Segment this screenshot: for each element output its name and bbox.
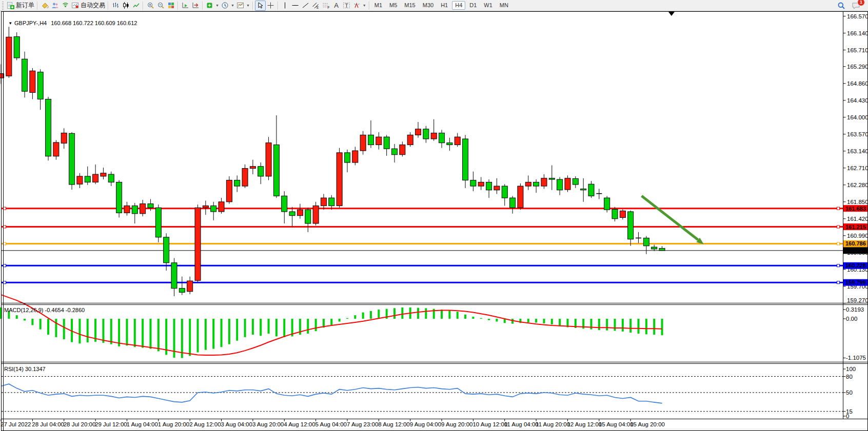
svg-text:80: 80 <box>846 374 853 380</box>
fibonacci-icon: F <box>322 2 330 9</box>
svg-text:162.280: 162.280 <box>847 182 868 188</box>
rsi-indicator-label: RSI(14) 30.1347 <box>4 366 46 372</box>
svg-text:1 Aug 04:00: 1 Aug 04:00 <box>126 421 157 427</box>
dropdown-arrow-icon: ▼ <box>231 4 234 7</box>
svg-text:11 Aug 04:00: 11 Aug 04:00 <box>504 421 539 427</box>
svg-text:9 Aug 20:00: 9 Aug 20:00 <box>441 421 472 427</box>
zoom-out-icon <box>157 2 165 9</box>
cursor-arrow-icon <box>257 2 264 9</box>
zoom-in-icon <box>147 2 154 9</box>
trendline-icon <box>302 2 309 9</box>
timeframe-h1-button[interactable]: H1 <box>438 1 451 10</box>
macd-indicator-label: MACD(12,26,9) -0.4654 -0.2860 <box>4 307 85 313</box>
timeframe-d1-button[interactable]: D1 <box>466 1 480 10</box>
toolbar-separator <box>252 2 253 10</box>
svg-text:161.420: 161.420 <box>847 216 868 222</box>
chat-button[interactable]: 1 <box>851 1 862 11</box>
search-icon <box>837 2 845 10</box>
line-chart-button[interactable] <box>131 1 141 11</box>
panel-separators <box>1 303 868 419</box>
tile-windows-button[interactable] <box>166 1 176 11</box>
timeframe-m1-button[interactable]: M1 <box>371 1 385 10</box>
collapse-triangle-icon[interactable]: ▼ <box>8 21 12 26</box>
candlestick-chart-button[interactable] <box>121 1 131 11</box>
trend-arrow-annotation[interactable] <box>642 196 704 244</box>
timeframe-mn-button[interactable]: MN <box>497 1 511 10</box>
tile-windows-icon <box>167 2 175 9</box>
macd-histogram <box>0 307 663 358</box>
horizontal-price-lines[interactable] <box>2 207 843 284</box>
zoom-out-button[interactable] <box>155 1 166 11</box>
cursor-button[interactable] <box>255 1 266 11</box>
templates-button[interactable]: ▼ <box>235 1 251 11</box>
svg-text:159.799: 159.799 <box>845 279 866 285</box>
svg-text:A: A <box>334 2 339 9</box>
bar-chart-button[interactable] <box>110 1 121 11</box>
svg-text:159.270: 159.270 <box>847 297 868 303</box>
text-button[interactable]: A <box>331 1 342 11</box>
text-icon: A <box>332 2 340 9</box>
search-button[interactable] <box>836 1 846 11</box>
zoom-in-button[interactable] <box>145 1 155 11</box>
toolbar-separator <box>202 2 203 10</box>
chart-shift-marker[interactable] <box>668 12 675 16</box>
timeframe-m5-button[interactable]: M5 <box>386 1 400 10</box>
auto-scroll-button[interactable] <box>180 1 190 11</box>
chart-shift-icon <box>192 2 200 9</box>
toolbar-right-group: 1 <box>836 1 867 11</box>
chart-svg[interactable]: 166.570166.140165.710165.290164.860164.4… <box>0 0 868 431</box>
timeframe-m15-button[interactable]: M15 <box>401 1 418 10</box>
new-order-icon <box>7 2 14 9</box>
svg-text:15 Aug 20:00: 15 Aug 20:00 <box>630 421 665 427</box>
svg-text:5 Aug 04:00: 5 Aug 04:00 <box>315 421 347 427</box>
text-label-button[interactable]: T <box>342 1 352 11</box>
periods-button[interactable]: ▼ <box>220 1 235 11</box>
arrows-button[interactable]: ▼ <box>352 1 367 11</box>
price-axis[interactable]: 166.570166.140165.710165.290164.860164.4… <box>843 11 868 419</box>
svg-text:164.000: 164.000 <box>847 114 868 120</box>
chart-shift-button[interactable] <box>190 1 201 11</box>
svg-text:0: 0 <box>846 413 849 419</box>
toolbar-separator <box>177 2 179 10</box>
equidistant-channel-button[interactable]: E <box>311 1 321 11</box>
svg-text:164.860: 164.860 <box>847 80 868 87</box>
fibonacci-button[interactable]: F <box>321 1 331 11</box>
svg-text:E: E <box>317 6 319 9</box>
svg-text:165.710: 165.710 <box>847 47 868 53</box>
svg-text:3 Aug 20:00: 3 Aug 20:00 <box>252 421 284 427</box>
svg-text:160.228: 160.228 <box>845 262 866 269</box>
main-toolbar: 新订单 自动交易 ▼ ▼ ▼ E F A T ▼ M1M5M15M30H1H4D… <box>0 0 868 11</box>
trendline-button[interactable] <box>301 1 311 11</box>
auto-scroll-icon <box>182 2 189 9</box>
signals-button[interactable] <box>60 1 70 11</box>
auto-trading-button[interactable]: 自动交易 <box>70 1 106 11</box>
svg-text:3 Aug 04:00: 3 Aug 04:00 <box>221 421 252 427</box>
timeframe-m30-button[interactable]: M30 <box>420 1 437 10</box>
svg-text:12 Aug 12:00: 12 Aug 12:00 <box>567 421 602 427</box>
timeframe-bar: M1M5M15M30H1H4D1W1MN <box>371 1 511 10</box>
dropdown-arrow-icon: ▼ <box>363 4 366 7</box>
indicators-button[interactable]: ▼ <box>205 1 220 11</box>
community-button[interactable] <box>50 1 60 11</box>
vertical-line-button[interactable] <box>280 1 290 11</box>
community-icon <box>51 2 59 9</box>
svg-text:F: F <box>328 6 330 9</box>
new-order-button[interactable]: 新订单 <box>6 1 35 11</box>
time-axis[interactable]: 27 Jul 202228 Jul 04:0028 Jul 20:0029 Ju… <box>1 419 868 431</box>
svg-text:161.850: 161.850 <box>847 199 868 205</box>
crosshair-button[interactable] <box>266 1 276 11</box>
svg-text:162.710: 162.710 <box>847 165 868 171</box>
timeframe-w1-button[interactable]: W1 <box>481 1 496 10</box>
svg-text:100: 100 <box>846 366 856 372</box>
paint-bucket-button[interactable] <box>40 1 50 11</box>
timeframe-h4-button[interactable]: H4 <box>452 1 465 10</box>
text-label-icon: T <box>343 2 350 9</box>
candles-layer <box>0 27 665 296</box>
bar-chart-icon <box>112 2 120 9</box>
horizontal-line-button[interactable] <box>290 1 301 11</box>
toolbar-separator <box>278 2 279 10</box>
svg-text:28 Jul 20:00: 28 Jul 20:00 <box>64 421 96 427</box>
toolbar-separator <box>369 2 370 10</box>
svg-text:165.290: 165.290 <box>847 64 868 70</box>
toolbar-separator <box>37 2 38 10</box>
